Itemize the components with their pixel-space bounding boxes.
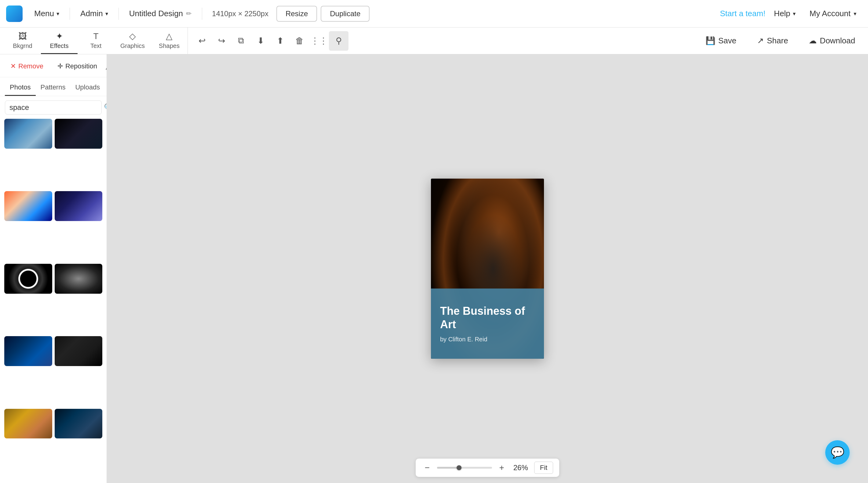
sidebar-tabs: 🖼 Bkgrnd ✦ Effects T Text ◇ Graphics △ S…	[4, 28, 188, 54]
start-team-button[interactable]: Start a team!	[720, 9, 765, 18]
zoom-slider-thumb	[457, 465, 462, 470]
bkgrnd-icon: 🖼	[18, 31, 27, 41]
redo-button[interactable]: ↪	[212, 31, 231, 51]
download-icon: ☁	[809, 36, 817, 45]
text-label: Text	[90, 42, 102, 50]
filter-tab-photos[interactable]: Photos	[5, 81, 36, 96]
search-bar: 🔍	[5, 100, 102, 115]
sidebar-tab-text[interactable]: T Text	[78, 28, 114, 54]
copy-button[interactable]: ⧉	[231, 31, 251, 51]
delete-button[interactable]: 🗑	[290, 31, 309, 51]
secondary-toolbar: 🖼 Bkgrnd ✦ Effects T Text ◇ Graphics △ S…	[0, 28, 868, 54]
zoom-slider-track	[437, 467, 459, 469]
reposition-button[interactable]: ✛ Reposition	[52, 59, 103, 73]
photo-thumb-eclipse[interactable]	[4, 264, 52, 294]
text-icon: T	[93, 31, 98, 41]
menu-label: Menu	[34, 9, 54, 18]
photo-thumb-earth1[interactable]	[4, 119, 52, 149]
nav-divider-1	[70, 8, 70, 20]
photo-thumb-earth2[interactable]	[55, 409, 103, 439]
photo-thumb-nebula2[interactable]	[4, 336, 52, 366]
design-name-button[interactable]: Untitled Design ✏	[124, 6, 196, 21]
menu-caret: ▾	[57, 10, 59, 17]
layer-down-button[interactable]: ⬇	[251, 31, 270, 51]
app-logo[interactable]	[6, 5, 23, 22]
remove-label: Remove	[18, 62, 43, 70]
graphics-icon: ◇	[129, 31, 136, 41]
photo-thumb-dark[interactable]	[55, 336, 103, 366]
search-input[interactable]	[9, 103, 101, 112]
pencil-icon: ✏	[186, 10, 191, 18]
duplicate-button[interactable]: Duplicate	[321, 6, 370, 22]
canvas-author: by Clifton E. Reid	[440, 336, 535, 343]
undo-button[interactable]: ↩	[192, 31, 212, 51]
filter-tab-color[interactable]: Color	[105, 81, 107, 96]
nav-divider-3	[202, 8, 202, 20]
zoom-bar: − + 26% Fit	[416, 458, 559, 477]
graphics-label: Graphics	[120, 42, 145, 50]
my-account-caret: ▾	[854, 10, 857, 17]
my-account-button[interactable]: My Account ▾	[804, 6, 862, 21]
admin-caret: ▾	[105, 10, 108, 17]
admin-button[interactable]: Admin ▾	[75, 6, 113, 21]
remove-button[interactable]: ✕ Remove	[5, 59, 49, 73]
canvas-area: The Business of Art by Clifton E. Reid −…	[107, 54, 868, 483]
photo-thumb-nebula[interactable]	[4, 191, 52, 221]
dimensions-label: 1410px × 2250px	[208, 9, 273, 18]
reposition-plus-icon: ✛	[57, 62, 63, 70]
top-nav: Menu ▾ Admin ▾ Untitled Design ✏ 1410px …	[0, 0, 868, 28]
resize-button[interactable]: Resize	[276, 6, 317, 22]
photo-thumb-galaxy[interactable]	[55, 191, 103, 221]
filter-tab-uploads[interactable]: Uploads	[70, 81, 105, 96]
chat-icon: 💬	[831, 446, 844, 459]
toolbar-right: 💾 Save ↗ Share ☁ Download	[697, 33, 864, 49]
shapes-icon: △	[166, 31, 173, 41]
remove-x-icon: ✕	[10, 62, 16, 70]
filter-tab-patterns[interactable]: Patterns	[36, 81, 70, 96]
grid-button[interactable]: ⋮⋮	[309, 31, 329, 51]
share-icon: ↗	[757, 36, 764, 45]
sidebar-tab-effects[interactable]: ✦ Effects	[41, 28, 78, 54]
save-icon: 💾	[706, 36, 715, 45]
photo-thumb-starfield[interactable]	[55, 264, 103, 294]
download-label: Download	[820, 36, 855, 45]
layer-up-button[interactable]: ⬆	[270, 31, 290, 51]
zoom-minus-button[interactable]: −	[422, 462, 433, 473]
admin-label: Admin	[80, 9, 103, 18]
zoom-plus-button[interactable]: +	[496, 462, 507, 473]
chat-bubble-button[interactable]: 💬	[825, 440, 850, 465]
zoom-percent: 26%	[512, 463, 530, 472]
share-label: Share	[767, 36, 788, 45]
main-content: ✕ Remove ✛ Reposition △ ▷ Photos Pattern…	[0, 54, 868, 483]
download-button[interactable]: ☁ Download	[800, 33, 864, 49]
shapes-label: Shapes	[159, 42, 180, 50]
reposition-label: Reposition	[65, 62, 97, 70]
lock-button[interactable]: ⚲	[329, 31, 348, 51]
help-button[interactable]: Help ▾	[769, 6, 800, 21]
menu-button[interactable]: Menu ▾	[29, 6, 64, 21]
save-label: Save	[718, 36, 736, 45]
search-icon: 🔍	[104, 103, 107, 112]
sidebar-tab-shapes[interactable]: △ Shapes	[151, 28, 188, 54]
sidebar-tab-bkgrnd[interactable]: 🖼 Bkgrnd	[4, 28, 41, 54]
effects-icon: ✦	[56, 31, 63, 41]
nav-divider-2	[119, 8, 119, 20]
canvas-title: The Business of Art	[440, 304, 535, 331]
share-button[interactable]: ↗ Share	[749, 33, 797, 49]
sidebar-tab-graphics[interactable]: ◇ Graphics	[114, 28, 151, 54]
filter-tabs: Photos Patterns Uploads Color ☆	[0, 77, 106, 96]
canvas-text-block: The Business of Art by Clifton E. Reid	[431, 289, 544, 359]
save-button[interactable]: 💾 Save	[697, 33, 745, 49]
zoom-fit-button[interactable]: Fit	[534, 462, 553, 474]
design-canvas[interactable]: The Business of Art by Clifton E. Reid	[431, 179, 544, 359]
photo-thumb-creature[interactable]	[4, 409, 52, 439]
photo-grid	[0, 119, 106, 483]
effects-label: Effects	[50, 42, 69, 50]
help-caret: ▾	[793, 10, 796, 17]
sidebar-action-bar: ✕ Remove ✛ Reposition △ ▷	[0, 54, 106, 77]
sidebar: ✕ Remove ✛ Reposition △ ▷ Photos Pattern…	[0, 54, 107, 483]
zoom-slider[interactable]	[437, 467, 492, 469]
bkgrnd-label: Bkgrnd	[13, 42, 32, 50]
photo-thumb-space1[interactable]	[55, 119, 103, 149]
design-name-text: Untitled Design	[129, 9, 183, 18]
